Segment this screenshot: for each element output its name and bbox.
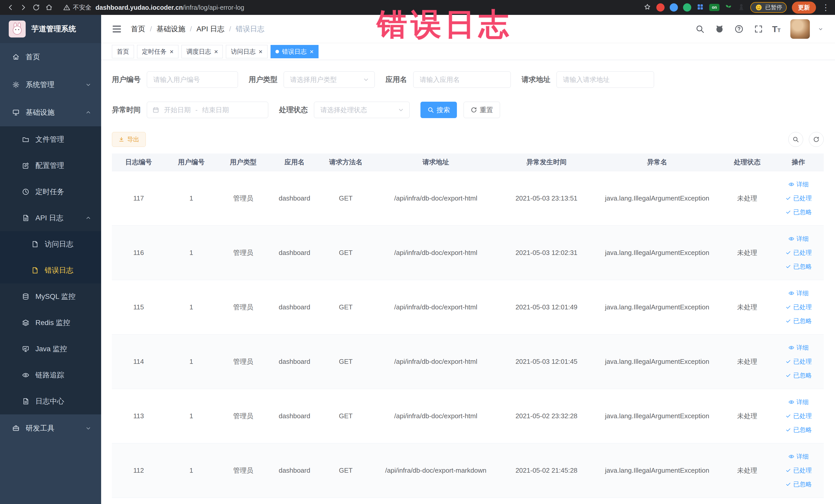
breadcrumb-item[interactable]: 首页 xyxy=(131,24,145,34)
sidebar-item-config[interactable]: 配置管理 xyxy=(0,153,101,179)
processed-link[interactable]: 已处理 xyxy=(785,463,812,477)
cell-method: GET xyxy=(320,171,372,225)
tab-close-icon[interactable]: × xyxy=(259,48,262,55)
process-status-select[interactable]: 请选择处理状态 xyxy=(314,102,410,118)
reload-icon[interactable] xyxy=(31,2,42,13)
ignored-link[interactable]: 已忽略 xyxy=(785,368,812,382)
search-button[interactable]: 搜索 xyxy=(421,102,457,118)
help-icon[interactable] xyxy=(733,23,745,35)
tab-label: 调度日志 xyxy=(186,47,211,56)
ignored-link[interactable]: 已忽略 xyxy=(785,205,812,219)
fullscreen-icon[interactable] xyxy=(753,23,765,35)
breadcrumb-item[interactable]: 基础设施 xyxy=(157,24,185,34)
export-button[interactable]: 导出 xyxy=(112,132,146,147)
security-label: 不安全 xyxy=(73,3,91,12)
extension-icon[interactable] xyxy=(670,3,678,12)
sidebar-item-system[interactable]: 系统管理 xyxy=(0,71,101,99)
font-size-icon[interactable]: TT xyxy=(772,25,780,33)
detail-link[interactable]: 详细 xyxy=(788,232,809,246)
sidebar-item-api-log[interactable]: API 日志 xyxy=(0,205,101,231)
sidebar-item-file[interactable]: 文件管理 xyxy=(0,126,101,153)
refresh-table-button[interactable] xyxy=(809,132,824,147)
tab-access-log[interactable]: 访问日志× xyxy=(226,45,267,58)
ignored-link[interactable]: 已忽略 xyxy=(785,314,812,328)
menu-label: 日志中心 xyxy=(36,397,64,406)
processed-link[interactable]: 已处理 xyxy=(785,355,812,368)
extension-icon[interactable] xyxy=(656,3,665,12)
hamburger-icon[interactable] xyxy=(111,24,122,34)
detail-link[interactable]: 详细 xyxy=(788,286,809,300)
tab-error-log[interactable]: 错误日志× xyxy=(270,45,319,58)
github-icon[interactable] xyxy=(714,23,726,35)
ignored-link[interactable]: 已忽略 xyxy=(785,423,812,437)
extension-icon[interactable] xyxy=(683,3,691,12)
cell-url: /api/infra/db-doc/export-html xyxy=(372,389,500,443)
breadcrumb-item[interactable]: API 日志 xyxy=(197,24,225,34)
sidebar-item-job[interactable]: 定时任务 xyxy=(0,179,101,205)
bookmark-star-icon[interactable] xyxy=(644,3,651,12)
tab-home[interactable]: 首页 xyxy=(112,45,134,58)
sidebar-item-home[interactable]: 首页 xyxy=(0,43,101,71)
sidebar-item-log-center[interactable]: 日志中心 xyxy=(0,388,101,415)
user-type-select[interactable]: 请选择用户类型 xyxy=(284,72,375,88)
detail-link[interactable]: 详细 xyxy=(788,449,809,463)
processed-link[interactable]: 已处理 xyxy=(785,246,812,260)
tab-job-log[interactable]: 调度日志× xyxy=(182,45,223,58)
tab-close-icon[interactable]: × xyxy=(214,48,218,55)
app-logo[interactable]: 芋道管理系统 xyxy=(0,15,101,43)
address-bar[interactable]: dashboard.yudao.iocoder.cn/infra/log/api… xyxy=(96,4,244,11)
tab-job[interactable]: 定时任务× xyxy=(137,45,178,58)
column-header: 异常名 xyxy=(593,154,721,171)
ignored-link[interactable]: 已忽略 xyxy=(785,260,812,274)
cell-exception: java.lang.IllegalArgumentException xyxy=(593,225,721,280)
url-domain: dashboard.yudao.iocoder.cn xyxy=(96,4,183,11)
update-button[interactable]: 更新 xyxy=(792,2,816,14)
tab-close-icon[interactable]: × xyxy=(310,48,314,55)
cell-time: 2021-05-02 21:45:28 xyxy=(500,443,593,498)
table-header-row: 日志编号 用户编号 用户类型 应用名 请求方法名 请求地址 异常发生时间 异常名… xyxy=(112,154,824,171)
security-chip[interactable]: 不安全 xyxy=(63,3,91,12)
cell-user-type: 管理员 xyxy=(217,225,269,280)
extension-pawn-icon[interactable] xyxy=(737,3,745,12)
extension-grid-icon[interactable] xyxy=(696,3,704,12)
detail-link[interactable]: 详细 xyxy=(788,177,809,191)
sidebar-item-trace[interactable]: 链路追踪 xyxy=(0,362,101,388)
forward-icon[interactable] xyxy=(18,2,29,13)
browser-menu-icon[interactable]: ⋮ xyxy=(822,3,830,12)
extension-on-badge[interactable]: on xyxy=(709,4,719,11)
reset-button[interactable]: 重置 xyxy=(464,102,500,118)
date-range-picker[interactable]: 开始日期 - 结束日期 xyxy=(147,102,268,118)
home-browser-icon[interactable] xyxy=(44,2,55,13)
user-avatar[interactable] xyxy=(790,19,810,39)
toggle-search-button[interactable] xyxy=(788,132,803,147)
sidebar-item-java[interactable]: Java 监控 xyxy=(0,336,101,362)
column-header: 异常发生时间 xyxy=(500,154,593,171)
back-icon[interactable] xyxy=(5,2,16,13)
processed-link[interactable]: 已处理 xyxy=(785,409,812,423)
user-id-input[interactable] xyxy=(147,72,238,88)
tab-close-icon[interactable]: × xyxy=(170,48,174,55)
paused-profile-badge[interactable]: 已暂停 xyxy=(750,2,787,13)
app-name-input[interactable] xyxy=(413,72,511,88)
avatar-caret-icon[interactable] xyxy=(817,26,824,32)
sidebar-item-redis[interactable]: Redis 监控 xyxy=(0,310,101,336)
detail-link[interactable]: 详细 xyxy=(788,395,809,409)
detail-link[interactable]: 详细 xyxy=(788,341,809,355)
start-date-placeholder: 开始日期 xyxy=(164,105,191,115)
search-icon[interactable] xyxy=(694,23,706,35)
table-row: 115 1 管理员 dashboard GET /api/infra/db-do… xyxy=(112,280,824,334)
request-url-input[interactable] xyxy=(556,72,654,88)
refresh-icon xyxy=(470,106,477,113)
extension-sprout-icon[interactable] xyxy=(725,3,732,12)
processed-link[interactable]: 已处理 xyxy=(785,300,812,314)
sidebar-item-mysql[interactable]: MySQL 监控 xyxy=(0,283,101,310)
sidebar-item-infra[interactable]: 基础设施 xyxy=(0,99,101,126)
sidebar-item-access-log[interactable]: 访问日志 xyxy=(0,231,101,257)
ignored-link[interactable]: 已忽略 xyxy=(785,477,812,491)
processed-link[interactable]: 已处理 xyxy=(785,191,812,205)
folder-icon xyxy=(22,135,30,143)
column-header: 日志编号 xyxy=(112,154,165,171)
sidebar-item-devtools[interactable]: 研发工具 xyxy=(0,415,101,442)
sidebar-item-error-log[interactable]: 错误日志 xyxy=(0,257,101,283)
menu-label: 配置管理 xyxy=(36,161,64,170)
